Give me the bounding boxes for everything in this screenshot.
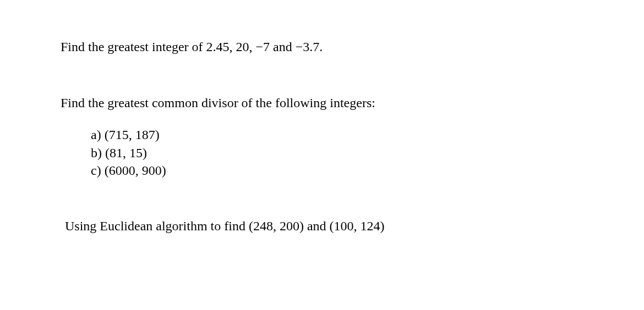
q1-text: Find the greatest integer of 2.45, 20, −… xyxy=(61,38,583,57)
q2-sublist: a) (715, 187) b) (81, 15) c) (6000, 900) xyxy=(91,126,583,179)
q1-label: Q1 (01 mark) xyxy=(61,14,583,32)
question-1-block: Q1 (01 mark) Find the greatest integer o… xyxy=(61,14,583,56)
q2-item-c: c) (6000, 900) xyxy=(91,162,583,179)
question-3-block: Q3 (01 mark) Using Euclidean algorithm t… xyxy=(61,193,583,236)
q2-item-b: b) (81, 15) xyxy=(91,144,583,162)
q3-text: Using Euclidean algorithm to find (248, … xyxy=(65,217,583,236)
question-2-block: Q2 (01 mark) Find the greatest common di… xyxy=(61,70,583,179)
q3-label: Q3 (01 mark) xyxy=(61,193,583,212)
q2-text: Find the greatest common divisor of the … xyxy=(61,94,583,113)
q2-label: Q2 (01 mark) xyxy=(61,70,583,88)
q2-item-a: a) (715, 187) xyxy=(91,126,583,143)
